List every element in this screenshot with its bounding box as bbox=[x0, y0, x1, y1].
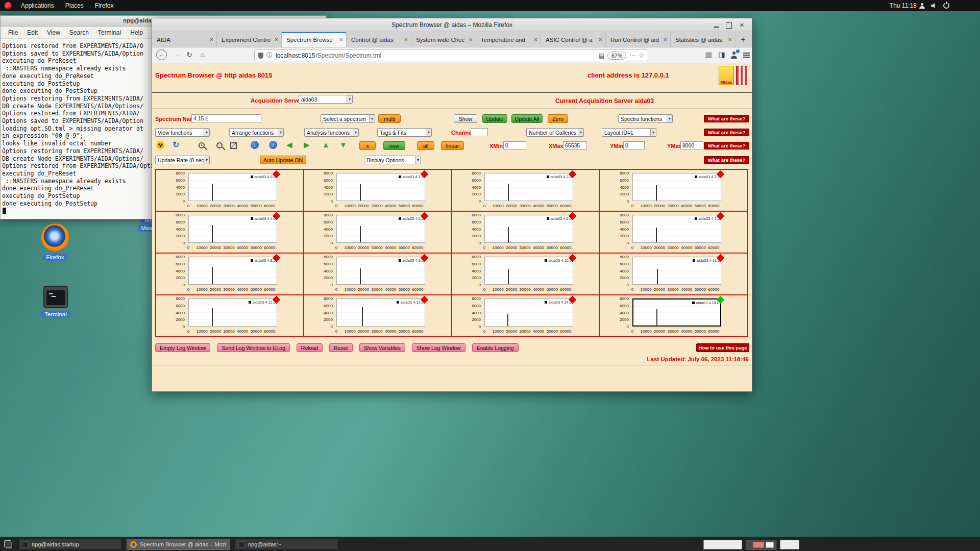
plot-area[interactable]: aida03 4.13.L bbox=[336, 298, 425, 327]
sidebar-toggle-icon[interactable]: ◨ bbox=[717, 51, 727, 59]
plot-area[interactable]: aida03 4.7.L bbox=[632, 215, 721, 243]
browser-tab[interactable]: Experiment Contro × bbox=[217, 32, 282, 47]
refresh-icon[interactable]: ↻ bbox=[173, 140, 179, 149]
what-are-these-button[interactable]: What are these? bbox=[704, 156, 749, 164]
distro-menu-icon[interactable] bbox=[5, 2, 12, 9]
spectrum-chart-cell[interactable]: 80006000400020000 aida03 4.14.L 01000020… bbox=[452, 295, 599, 336]
auto-update-button[interactable]: Auto Update ON bbox=[260, 156, 306, 164]
terminal-menu-item[interactable]: Search bbox=[65, 28, 93, 37]
tab-close-icon[interactable]: × bbox=[598, 36, 602, 43]
desktop-icon-terminal[interactable]: Terminal bbox=[40, 286, 71, 318]
multi-button[interactable]: multi bbox=[378, 114, 401, 123]
tab-close-icon[interactable]: × bbox=[533, 36, 537, 43]
display-options-select[interactable]: Display Options ▾ bbox=[364, 156, 421, 164]
site-info-icon[interactable]: ⓘ bbox=[266, 51, 273, 60]
update-button[interactable]: Update bbox=[482, 114, 507, 123]
browser-tab[interactable]: Statistics @ aidas × bbox=[671, 32, 736, 47]
select-spectrum-select[interactable]: Select a spectrum ▾ bbox=[321, 114, 375, 123]
galleries-select[interactable]: Number of Galleries ▾ bbox=[526, 128, 584, 137]
zoom-in-icon[interactable]: + bbox=[199, 142, 205, 148]
spectrum-name-input[interactable] bbox=[191, 114, 261, 122]
show-button[interactable]: Show bbox=[454, 114, 477, 123]
spectrum-chart-cell[interactable]: 80006000400020000 aida03 4.9.L 010000200… bbox=[304, 254, 451, 294]
tab-close-icon[interactable]: × bbox=[209, 36, 213, 43]
tab-close-icon[interactable]: × bbox=[663, 36, 667, 43]
terminal-menu-item[interactable]: Terminal bbox=[93, 28, 126, 37]
spectrum-chart-cell[interactable]: 80006000400020000 aida03 4.3.L 010000200… bbox=[600, 170, 747, 211]
spectra-functions-select[interactable]: Spectra functions ▾ bbox=[618, 114, 673, 123]
tags-fits-select[interactable]: Tags & Fits ▾ bbox=[377, 128, 432, 137]
xmin-input[interactable] bbox=[503, 141, 526, 149]
terminal-menu-item[interactable]: Edit bbox=[22, 28, 42, 37]
midas-logo[interactable]: Midas bbox=[719, 66, 734, 85]
analysis-functions-select[interactable]: Analysis functions ▾ bbox=[304, 128, 359, 137]
channel-input[interactable] bbox=[471, 128, 488, 136]
browser-tab[interactable]: ASIC Control @ a × bbox=[541, 32, 606, 47]
log-action-button[interactable]: Send Log Window to ELog bbox=[217, 343, 289, 352]
shift-down-icon[interactable]: ↓ bbox=[251, 141, 259, 149]
bookmark-star-icon[interactable]: ☆ bbox=[639, 52, 644, 59]
plot-area[interactable]: aida03 4.6.L bbox=[484, 215, 573, 243]
new-tab-button[interactable]: + bbox=[736, 32, 751, 47]
log-action-button[interactable]: Reset bbox=[329, 343, 352, 352]
ymax-input[interactable] bbox=[680, 141, 703, 149]
help-button[interactable]: How to use this page bbox=[696, 343, 749, 352]
arrange-functions-select[interactable]: Arrange functions ▾ bbox=[229, 128, 284, 137]
spectrum-chart-cell[interactable]: 80006000400020000 aida03 4.7.L 010000200… bbox=[600, 212, 747, 253]
spectrum-chart-cell[interactable]: 80006000400020000 aida03 4.6.L 010000200… bbox=[452, 212, 599, 253]
workspace-switcher[interactable] bbox=[703, 539, 799, 549]
spectrum-chart-cell[interactable]: 80006000400020000 aida03 4.2.L 010000200… bbox=[452, 170, 599, 211]
spectrum-chart-cell[interactable]: 80006000400020000 aida03 4.5.L 010000200… bbox=[304, 212, 451, 253]
reader-mode-icon[interactable]: ▤ bbox=[599, 52, 604, 59]
zoom-out-icon[interactable]: − bbox=[216, 142, 223, 148]
x-axis-button[interactable]: x bbox=[359, 141, 376, 150]
titlebar[interactable]: Spectrum Browser @ aidas – Mozilla Firef… bbox=[152, 18, 752, 32]
account-icon[interactable] bbox=[730, 51, 738, 59]
clock[interactable]: Thu 11:18 bbox=[890, 2, 917, 9]
spectrum-chart-cell[interactable]: 80006000400020000 aida03 4.8.L 010000200… bbox=[156, 254, 303, 294]
menubar-item[interactable]: Places bbox=[60, 1, 89, 10]
shift-up-icon[interactable]: ↑ bbox=[269, 141, 277, 149]
spectrum-chart-cell[interactable]: 80006000400020000 aida03 4.15.L 01000020… bbox=[600, 295, 747, 336]
what-are-these-button[interactable]: What are these? bbox=[704, 115, 749, 122]
taskbar-window-button[interactable]: npg@aidas:startup bbox=[18, 539, 122, 550]
acquisition-server-select[interactable]: aida03 ▾ bbox=[299, 95, 353, 104]
plot-area[interactable]: aida03 4.8.L bbox=[188, 257, 277, 285]
expand-icon[interactable] bbox=[230, 142, 237, 149]
tab-close-icon[interactable]: × bbox=[274, 36, 278, 43]
new-button[interactable]: new bbox=[383, 141, 405, 150]
menu-icon[interactable] bbox=[743, 55, 750, 56]
log-action-button[interactable]: Show Variables bbox=[359, 343, 405, 352]
update-rate-select[interactable]: Update Rate (8 secs) ▾ bbox=[155, 156, 210, 164]
zero-button[interactable]: Zero bbox=[548, 114, 568, 123]
page-left-icon[interactable]: ◀ bbox=[286, 140, 292, 149]
power-icon[interactable] bbox=[943, 3, 949, 9]
ymin-input[interactable] bbox=[623, 141, 645, 149]
workspace-2[interactable] bbox=[746, 540, 776, 549]
tab-close-icon[interactable]: × bbox=[728, 36, 732, 43]
browser-tab[interactable]: AIDA × bbox=[152, 32, 217, 47]
plot-area[interactable]: aida03 4.0.L bbox=[188, 173, 277, 201]
spectrum-chart-cell[interactable]: 80006000400020000 aida03 4.12.L 01000020… bbox=[156, 295, 303, 336]
forward-button[interactable]: → bbox=[172, 51, 182, 59]
spectrum-chart-cell[interactable]: 80006000400020000 aida03 4.11.L 01000020… bbox=[600, 254, 747, 294]
minimize-button[interactable] bbox=[713, 21, 720, 29]
terminal-menu-item[interactable]: Help bbox=[126, 28, 148, 37]
page-actions-icon[interactable]: ⋯ bbox=[629, 52, 635, 59]
page-up-icon[interactable]: ▲ bbox=[322, 140, 330, 149]
tab-close-icon[interactable]: × bbox=[404, 36, 408, 43]
tab-close-icon[interactable]: × bbox=[339, 36, 343, 43]
plot-area[interactable]: aida03 4.14.L bbox=[484, 298, 573, 327]
reload-button[interactable]: ↻ bbox=[184, 51, 194, 59]
taskbar-window-button[interactable]: Spectrum Browser @ aidas – Mozil... bbox=[127, 539, 230, 550]
all-button[interactable]: all bbox=[417, 141, 434, 150]
shield-icon[interactable] bbox=[258, 53, 263, 59]
secondary-logo[interactable] bbox=[736, 66, 748, 85]
plot-area[interactable]: aida03 4.1.L bbox=[336, 173, 425, 201]
terminal-menu-item[interactable]: View bbox=[42, 28, 65, 37]
view-functions-select[interactable]: View functions ▾ bbox=[155, 128, 210, 137]
plot-area[interactable]: aida03 4.10.L bbox=[484, 257, 573, 285]
user-status-icon[interactable] bbox=[919, 3, 925, 9]
plot-area[interactable]: aida03 4.2.L bbox=[484, 173, 573, 201]
menubar-item[interactable]: Applications bbox=[16, 1, 59, 10]
